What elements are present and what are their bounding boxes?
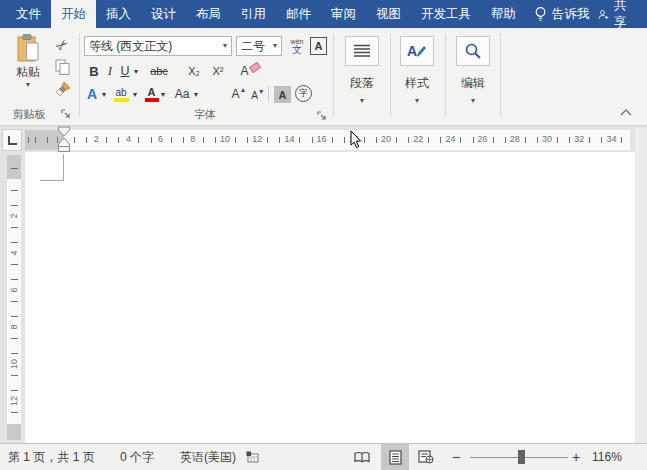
read-mode-button[interactable]	[348, 444, 376, 470]
ruler-number: 32	[574, 134, 584, 144]
grow-font-label: A	[232, 87, 240, 101]
ruler-tick	[11, 338, 18, 339]
ruler-tick	[601, 137, 602, 143]
paste-button[interactable]: 粘贴 ▾	[6, 34, 50, 89]
language-indicator[interactable]: 英语(美国)	[180, 444, 236, 470]
indent-markers[interactable]	[57, 126, 71, 153]
tab-review[interactable]: 审阅	[321, 0, 366, 28]
zoom-in-button[interactable]: +	[572, 444, 580, 470]
document-page[interactable]	[25, 152, 635, 443]
paste-label: 粘贴	[16, 64, 40, 81]
italic-button[interactable]: I	[104, 61, 116, 81]
text-highlight-caret-icon[interactable]: ▾	[131, 89, 139, 101]
ruler-number: 10	[220, 134, 230, 144]
superscript-button[interactable]: X²	[208, 61, 228, 81]
tab-developer[interactable]: 开发工具	[411, 0, 481, 28]
character-shading-button[interactable]: A	[274, 86, 291, 103]
ruler-number: 30	[542, 134, 552, 144]
strikethrough-button[interactable]: abc	[146, 61, 172, 81]
ruler-tick	[138, 137, 139, 143]
format-painter-button[interactable]	[53, 80, 73, 98]
font-size-caret-icon: ▾	[269, 42, 277, 50]
font-name-combo[interactable]: 等线 (西文正文) ▾	[84, 36, 232, 56]
zoom-level[interactable]: 116%	[592, 444, 622, 470]
mouse-cursor-icon	[350, 130, 363, 149]
share-button[interactable]: 共享	[598, 0, 647, 28]
tab-insert[interactable]: 插入	[96, 0, 141, 28]
styles-caret-icon: ▾	[415, 97, 419, 105]
text-effects-caret-icon[interactable]: ▾	[100, 89, 108, 101]
tell-me-button[interactable]: 告诉我	[526, 0, 598, 28]
grow-font-button[interactable]: A ▲	[230, 84, 248, 104]
tab-design[interactable]: 设计	[141, 0, 186, 28]
text-boundary-crop-mark-vertical	[63, 154, 64, 181]
editing-group-button[interactable]: 编辑 ▾	[448, 36, 498, 105]
ruler-number: 6	[158, 134, 163, 144]
ruler-number: 2	[9, 210, 19, 222]
zoom-slider-handle[interactable]	[518, 450, 525, 464]
bold-button[interactable]: B	[86, 61, 102, 81]
ruler-number: 2	[94, 134, 99, 144]
copy-button[interactable]	[53, 58, 73, 76]
macro-record-button[interactable]	[246, 451, 259, 466]
print-layout-button[interactable]	[381, 444, 409, 470]
tab-references[interactable]: 引用	[231, 0, 276, 28]
ruler-tick	[537, 137, 538, 143]
ruler-tick	[151, 137, 152, 143]
change-case-button[interactable]: Aa	[172, 84, 192, 104]
paragraph-group-button[interactable]: 段落 ▾	[337, 36, 387, 105]
tab-file[interactable]: 文件	[6, 0, 51, 28]
ruler-tick	[364, 137, 365, 143]
phonetic-guide-button[interactable]: wén 文	[287, 34, 307, 58]
character-border-label: A	[315, 40, 323, 52]
collapse-ribbon-button[interactable]	[618, 106, 634, 118]
font-color-button[interactable]: A	[144, 84, 159, 104]
character-border-button[interactable]: A	[310, 37, 327, 55]
ruler-tick	[11, 227, 18, 228]
enclose-character-button[interactable]: 字	[295, 85, 312, 102]
tab-help[interactable]: 帮助	[481, 0, 526, 28]
group-separator	[445, 33, 446, 117]
ruler-tick	[440, 137, 441, 143]
horizontal-ruler[interactable]: 246810121416182022242628303234	[25, 130, 630, 150]
tab-layout[interactable]: 布局	[186, 0, 231, 28]
cut-button[interactable]: ✂	[49, 32, 76, 59]
text-highlight-button[interactable]: ab	[112, 84, 130, 104]
ruler-tick	[203, 137, 204, 143]
ruler-tick	[344, 137, 345, 143]
vertical-ruler[interactable]: 24681012	[7, 155, 21, 440]
dialog-launcher-icon	[61, 109, 71, 119]
underline-caret-icon[interactable]: ▾	[132, 66, 140, 78]
web-layout-button[interactable]	[412, 444, 440, 470]
shrink-font-button[interactable]: A ▼	[250, 86, 266, 104]
font-color-caret-icon[interactable]: ▾	[159, 89, 167, 101]
ruler-tick	[118, 137, 119, 143]
group-separator	[500, 33, 501, 117]
tab-stop-selector[interactable]	[2, 129, 22, 151]
word-count[interactable]: 0 个字	[120, 444, 154, 470]
font-size-combo[interactable]: 二号 ▾	[236, 36, 282, 56]
underline-button[interactable]: U	[118, 61, 132, 81]
status-bar: 第 1 页，共 1 页 0 个字 英语(美国)	[0, 443, 647, 470]
tab-view[interactable]: 视图	[366, 0, 411, 28]
phonetic-bottom: 文	[292, 45, 302, 55]
tab-home[interactable]: 开始	[51, 0, 96, 28]
change-case-caret-icon[interactable]: ▾	[192, 89, 200, 101]
ruler-number: 12	[9, 395, 19, 407]
clear-formatting-button[interactable]: A	[238, 61, 262, 81]
font-size-value: 二号	[241, 38, 265, 55]
vertical-scrollbar[interactable]	[635, 128, 647, 443]
clipboard-group-label: 剪贴板	[0, 107, 58, 122]
zoom-out-button[interactable]: −	[452, 444, 460, 470]
ruler-tick	[11, 190, 18, 191]
subscript-button[interactable]: X₂	[184, 61, 204, 81]
page-info[interactable]: 第 1 页，共 1 页	[8, 444, 95, 470]
clipboard-dialog-launcher[interactable]	[60, 108, 72, 120]
text-effects-button[interactable]: A	[84, 84, 100, 104]
bold-label: B	[89, 64, 98, 79]
font-dialog-launcher[interactable]	[316, 110, 328, 122]
styles-group-button[interactable]: A 样式 ▾	[392, 36, 442, 105]
tab-mailings[interactable]: 邮件	[276, 0, 321, 28]
text-boundary-crop-mark-horizontal	[40, 180, 64, 181]
ruler-tick	[247, 137, 248, 143]
